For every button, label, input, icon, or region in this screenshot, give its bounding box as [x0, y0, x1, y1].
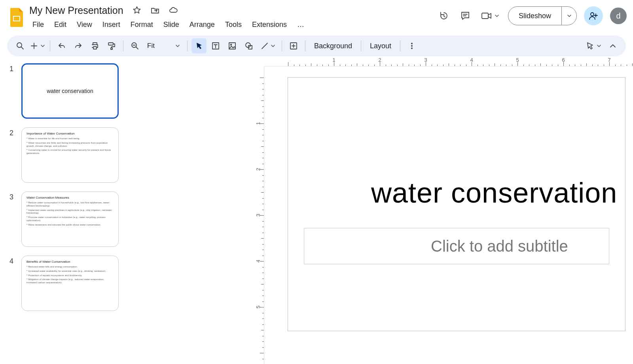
svg-point-16	[411, 47, 413, 49]
body: 1 water conservation 2 Importance of Wat…	[0, 56, 633, 364]
svg-rect-6	[111, 48, 112, 49]
print-button[interactable]	[87, 38, 102, 53]
horizontal-ruler[interactable]: 123456789	[264, 56, 625, 66]
comment-add-icon	[289, 42, 298, 50]
folder-move-icon	[151, 6, 159, 15]
shape-button[interactable]	[241, 38, 256, 53]
separator	[50, 40, 50, 51]
caret-down-icon	[271, 44, 275, 48]
line-icon	[260, 42, 269, 50]
slide-title[interactable]: water conservation	[371, 176, 617, 209]
menu-format[interactable]: Format	[126, 19, 158, 30]
cursor-icon	[195, 42, 203, 50]
comment-icon	[460, 11, 470, 21]
slide-thumbnail-4[interactable]: Benefits of Water Conservation * Reduced…	[21, 256, 119, 311]
star-icon	[133, 6, 141, 15]
move-button[interactable]	[148, 3, 162, 17]
menu-insert[interactable]: Insert	[98, 19, 125, 30]
image-button[interactable]	[225, 38, 240, 53]
slide-thumbnail-2[interactable]: Importance of Water Conservation * Water…	[21, 127, 119, 183]
menu-view[interactable]: View	[72, 19, 97, 30]
shape-icon	[244, 42, 253, 50]
separator	[123, 40, 123, 51]
textbox-button[interactable]	[208, 38, 223, 53]
slides-logo-icon	[9, 7, 25, 28]
mode-button[interactable]	[583, 38, 604, 53]
subtitle-placeholder: Click to add subtitle	[431, 237, 568, 255]
slide-thumbnail-3[interactable]: Water Conservation Measures * Reduce wat…	[21, 191, 119, 247]
layout-button[interactable]: Layout	[365, 38, 396, 53]
thumb-row: 1 water conservation	[9, 63, 123, 119]
svg-rect-1	[14, 17, 19, 21]
add-comment-button[interactable]	[286, 38, 301, 53]
svg-point-10	[230, 44, 231, 46]
menu-edit[interactable]: Edit	[49, 19, 71, 30]
zoom-select[interactable]: Fit	[144, 42, 183, 50]
separator	[187, 40, 188, 51]
redo-icon	[74, 42, 83, 50]
new-slide-button[interactable]	[29, 38, 46, 53]
slide-thumbnail-1[interactable]: water conservation	[21, 63, 119, 119]
zoom-out-button[interactable]	[127, 38, 142, 53]
svg-rect-5	[108, 43, 113, 45]
menu-tools[interactable]: Tools	[220, 19, 246, 30]
svg-point-3	[591, 13, 594, 16]
menu-slide[interactable]: Slide	[159, 19, 184, 30]
comments-button[interactable]	[458, 9, 472, 23]
paint-roller-icon	[107, 42, 116, 50]
meet-button[interactable]	[479, 9, 501, 23]
document-title[interactable]: My New Presentation	[27, 4, 126, 17]
thumb-bullets: * Water is essential for life and human …	[27, 137, 114, 155]
line-button[interactable]	[258, 38, 278, 53]
canvas-wrap: water conservation Click to add subtitle	[264, 66, 625, 364]
menu-bar: File Edit View Insert Format Slide Arran…	[27, 17, 437, 32]
star-button[interactable]	[130, 3, 144, 17]
menu-extensions[interactable]: Extensions	[247, 19, 292, 30]
separator	[305, 40, 305, 51]
search-menus-button[interactable]	[13, 38, 28, 53]
cloud-icon	[169, 6, 178, 15]
paint-format-button[interactable]	[104, 38, 119, 53]
collapse-toolbar-button[interactable]	[605, 38, 620, 53]
caret-down-icon	[597, 44, 601, 48]
slide-subtitle-box[interactable]: Click to add subtitle	[304, 228, 609, 264]
filmstrip[interactable]: 1 water conservation 2 Importance of Wat…	[0, 56, 127, 364]
zoom-icon	[131, 42, 139, 50]
redo-button[interactable]	[71, 38, 86, 53]
header-right: Slideshow d	[437, 3, 627, 25]
header: My New Presentation File Edit View Inser…	[0, 0, 633, 34]
slideshow-button[interactable]: Slideshow	[508, 7, 561, 25]
background-button[interactable]: Background	[309, 38, 357, 53]
slideshow-dropdown[interactable]	[561, 7, 576, 25]
thumb-bullets: * Reduced water bills and energy consump…	[27, 265, 114, 284]
plus-icon	[30, 42, 38, 50]
caret-down-icon	[40, 44, 45, 48]
editor: 123456789 12345 water conservation Click…	[127, 56, 633, 364]
separator	[282, 40, 282, 51]
history-button[interactable]	[437, 9, 451, 23]
menu-more[interactable]: …	[292, 19, 309, 30]
account-avatar[interactable]: d	[610, 8, 627, 24]
app-root: My New Presentation File Edit View Inser…	[0, 0, 633, 364]
vertical-ruler[interactable]: 12345	[254, 66, 264, 364]
slide-canvas[interactable]: water conservation Click to add subtitle	[288, 78, 625, 331]
thumb-heading: Importance of Water Conservation	[27, 132, 114, 135]
thumb-number: 3	[9, 191, 21, 201]
separator	[400, 40, 400, 51]
slideshow-button-group: Slideshow	[508, 6, 577, 25]
undo-button[interactable]	[54, 38, 69, 53]
share-button[interactable]	[584, 6, 603, 25]
caret-down-icon	[567, 13, 572, 18]
menu-arrange[interactable]: Arrange	[185, 19, 220, 30]
person-add-icon	[588, 11, 599, 21]
select-tool-button[interactable]	[191, 38, 207, 53]
app-logo[interactable]	[6, 3, 27, 28]
thumb-row: 3 Water Conservation Measures * Reduce w…	[9, 191, 123, 247]
chevron-up-icon	[609, 42, 616, 49]
more-options-button[interactable]	[404, 38, 419, 53]
cloud-status-button[interactable]	[166, 3, 180, 17]
print-icon	[91, 42, 99, 50]
thumb-title: water conservation	[27, 68, 113, 114]
menu-file[interactable]: File	[28, 19, 49, 30]
search-icon	[16, 42, 25, 50]
